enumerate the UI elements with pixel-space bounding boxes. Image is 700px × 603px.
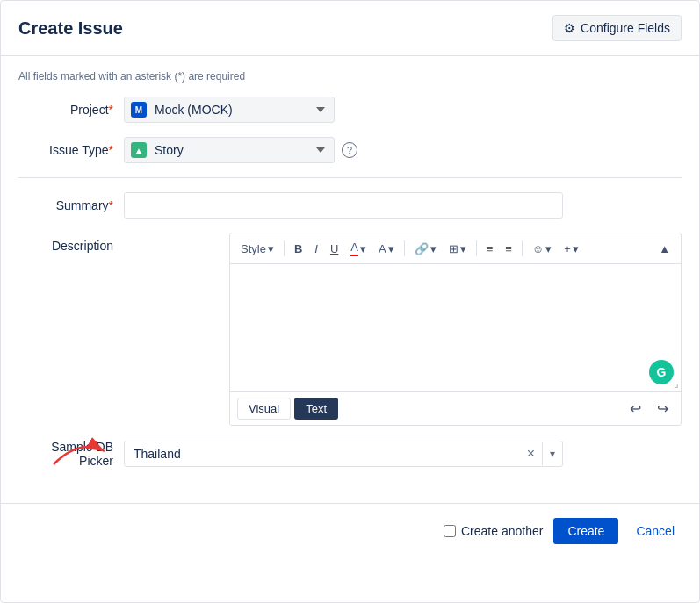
issue-type-label: Issue Type* xyxy=(18,137,124,157)
create-another-label: Create another xyxy=(461,524,543,538)
number-list-btn[interactable]: ≡ xyxy=(500,239,517,259)
bullet-list-btn[interactable]: ≡ xyxy=(481,239,499,259)
toolbar-sep-3 xyxy=(476,240,477,256)
project-row: Project* M Mock (MOCK) xyxy=(18,97,682,123)
table-icon: ⊞ xyxy=(449,242,458,255)
more-chevron-icon: ▾ xyxy=(573,242,579,255)
link-icon: 🔗 xyxy=(415,242,429,255)
issue-type-control: ▲ Story ? xyxy=(124,137,682,163)
description-label: Description xyxy=(18,233,124,253)
undo-redo-controls: ↩ ↪ xyxy=(624,398,674,419)
configure-fields-button[interactable]: ⚙ Configure Fields xyxy=(552,15,682,41)
visual-tab[interactable]: Visual xyxy=(237,398,291,420)
table-btn[interactable]: ⊞ ▾ xyxy=(444,239,472,259)
summary-row: Summary* xyxy=(18,192,682,219)
editor-footer: Visual Text ↩ ↪ xyxy=(230,391,681,425)
text-color-chevron-icon: ▾ xyxy=(360,242,366,255)
style-dropdown-btn[interactable]: Style ▾ xyxy=(235,239,279,259)
description-row: Description Style ▾ B I U A xyxy=(18,233,682,426)
text-color-label: A xyxy=(350,240,358,256)
db-picker-dropdown-btn[interactable]: ▾ xyxy=(543,444,562,463)
text-tab[interactable]: Text xyxy=(294,398,338,420)
toolbar-sep-2 xyxy=(404,240,405,256)
dialog-header: Create Issue ⚙ Configure Fields xyxy=(1,1,699,56)
red-arrow-container xyxy=(45,429,115,476)
issue-type-select[interactable]: Story xyxy=(124,137,335,163)
emoji-icon: ☺ xyxy=(532,242,544,255)
editor-toolbar: Style ▾ B I U A ▾ A ▾ xyxy=(230,233,681,264)
db-picker-clear-btn[interactable]: × xyxy=(520,442,543,465)
required-note: All fields marked with an asterisk (*) a… xyxy=(18,70,682,83)
underline-btn[interactable]: U xyxy=(325,239,343,259)
emoji-btn[interactable]: ☺ ▾ xyxy=(527,239,557,259)
create-button[interactable]: Create xyxy=(553,518,618,544)
dialog-footer: Create another Create Cancel xyxy=(1,503,699,558)
create-another-wrapper: Create another xyxy=(444,524,543,538)
collapse-toolbar-btn[interactable]: ▲ xyxy=(653,239,675,259)
text-bg-label: A xyxy=(379,242,386,255)
issue-type-help-icon[interactable]: ? xyxy=(342,142,357,158)
link-btn[interactable]: 🔗 ▾ xyxy=(409,239,442,259)
dialog-title: Create Issue xyxy=(18,18,123,39)
table-chevron-icon: ▾ xyxy=(460,242,466,255)
collapse-icon: ▲ xyxy=(659,242,670,255)
description-editor: Style ▾ B I U A ▾ A ▾ xyxy=(229,233,682,426)
toolbar-sep-1 xyxy=(284,240,285,256)
text-bg-chevron-icon: ▾ xyxy=(388,242,394,255)
red-arrow-icon xyxy=(45,429,115,473)
more-icon: + xyxy=(564,242,571,255)
style-label: Style xyxy=(241,242,266,255)
redo-btn[interactable]: ↪ xyxy=(652,398,674,419)
summary-label: Summary* xyxy=(18,192,124,212)
more-btn[interactable]: + ▾ xyxy=(559,239,584,259)
text-bg-btn[interactable]: A ▾ xyxy=(373,239,400,259)
editor-content-area[interactable]: G ⌟ xyxy=(230,264,681,391)
bold-btn[interactable]: B xyxy=(289,239,307,259)
configure-fields-label: Configure Fields xyxy=(581,21,670,35)
italic-btn[interactable]: I xyxy=(309,239,323,259)
summary-control xyxy=(124,192,682,219)
gear-icon: ⚙ xyxy=(564,21,575,35)
create-issue-dialog: Create Issue ⚙ Configure Fields All fiel… xyxy=(0,0,700,603)
resize-handle-icon[interactable]: ⌟ xyxy=(674,377,679,390)
db-picker-input[interactable]: Thailand × ▾ xyxy=(124,441,563,467)
project-select[interactable]: Mock (MOCK) xyxy=(124,97,335,123)
project-label: Project* xyxy=(18,97,124,117)
project-control: M Mock (MOCK) xyxy=(124,97,682,123)
style-chevron-icon: ▾ xyxy=(268,242,274,255)
sample-db-wrapper: Thailand × ▾ xyxy=(124,441,563,467)
number-list-icon: ≡ xyxy=(505,242,512,255)
view-tabs: Visual Text xyxy=(237,398,338,420)
toolbar-sep-4 xyxy=(522,240,523,256)
project-select-wrapper: M Mock (MOCK) xyxy=(124,97,335,123)
issue-type-row: Issue Type* ▲ Story ? xyxy=(18,137,682,163)
form-divider xyxy=(18,177,682,178)
grammarly-icon: G xyxy=(649,360,674,384)
cancel-button[interactable]: Cancel xyxy=(629,518,682,544)
link-chevron-icon: ▾ xyxy=(430,242,437,255)
undo-btn[interactable]: ↩ xyxy=(624,398,646,419)
dialog-body: All fields marked with an asterisk (*) a… xyxy=(1,56,699,496)
emoji-chevron-icon: ▾ xyxy=(545,242,552,255)
issue-type-select-wrapper: ▲ Story xyxy=(124,137,335,163)
db-picker-value: Thailand xyxy=(125,441,520,466)
create-another-checkbox[interactable] xyxy=(444,525,456,537)
text-color-btn[interactable]: A ▾ xyxy=(345,237,372,260)
bullet-list-icon: ≡ xyxy=(487,242,494,255)
summary-input[interactable] xyxy=(124,192,563,219)
sample-db-row: Sample DB Picker Thailand × xyxy=(18,440,682,468)
description-label-row: Description Style ▾ B I U A xyxy=(18,233,682,426)
